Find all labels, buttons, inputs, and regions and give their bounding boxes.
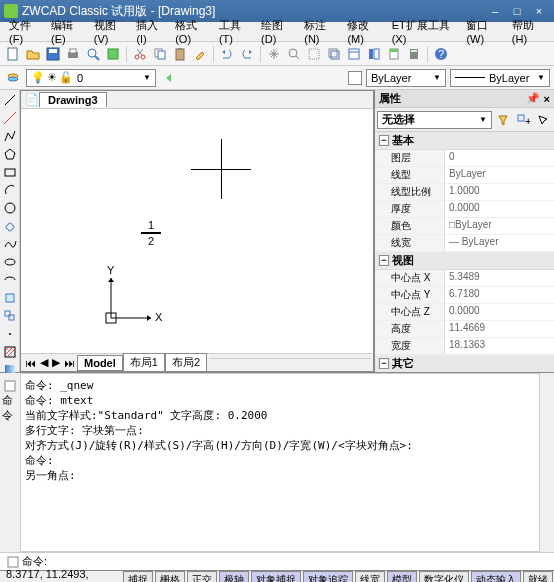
new-icon[interactable] <box>4 45 22 63</box>
menu-ettools[interactable]: ET扩展工具(X) <box>387 18 462 45</box>
color-swatch[interactable] <box>348 71 362 85</box>
zoom-window-icon[interactable] <box>305 45 323 63</box>
menu-dimension[interactable]: 标注(N) <box>299 18 342 45</box>
point-icon[interactable] <box>2 326 18 342</box>
menu-tools[interactable]: 工具(T) <box>214 18 256 45</box>
drawing-tab[interactable]: Drawing3 <box>39 92 107 107</box>
publish-icon[interactable] <box>104 45 122 63</box>
preview-icon[interactable] <box>84 45 102 63</box>
match-icon[interactable] <box>191 45 209 63</box>
menu-window[interactable]: 窗口(W) <box>461 18 506 45</box>
open-icon[interactable] <box>24 45 42 63</box>
print-icon[interactable] <box>64 45 82 63</box>
paste-icon[interactable] <box>171 45 189 63</box>
calc-icon[interactable] <box>405 45 423 63</box>
arc-icon[interactable] <box>2 182 18 198</box>
status-grid[interactable]: 栅格 <box>155 571 185 583</box>
status-ortho[interactable]: 正交 <box>187 571 217 583</box>
status-osnap[interactable]: 对象捕捉 <box>251 571 301 583</box>
menu-insert[interactable]: 插入(I) <box>131 18 170 45</box>
canvas[interactable]: 1 2 X Y <box>21 109 373 353</box>
svg-rect-35 <box>5 169 15 176</box>
zoom-prev-icon[interactable] <box>325 45 343 63</box>
status-dyn[interactable]: 动态输入 <box>471 571 521 583</box>
scrollbar[interactable] <box>540 373 554 552</box>
properties-icon[interactable] <box>345 45 363 63</box>
color-combo[interactable]: ByLayer▼ <box>366 69 446 87</box>
ellipse-icon[interactable] <box>2 254 18 270</box>
tab-last-icon[interactable]: ⏭ <box>62 357 77 369</box>
tab-next-icon[interactable]: ▶ <box>50 356 62 369</box>
cat-basic[interactable]: −基本 <box>375 132 554 150</box>
menu-edit[interactable]: 编辑(E) <box>46 18 89 45</box>
revcloud-icon[interactable] <box>2 218 18 234</box>
block-icon[interactable] <box>2 308 18 324</box>
polyline-icon[interactable] <box>2 128 18 144</box>
status-otrack[interactable]: 对象追踪 <box>303 571 353 583</box>
tab-layout2[interactable]: 布局2 <box>165 353 207 372</box>
rectangle-icon[interactable] <box>2 164 18 180</box>
menu-modify[interactable]: 修改(M) <box>342 18 386 45</box>
spline-icon[interactable] <box>2 236 18 252</box>
status-bar: 8.3717, 11.2493, 0.0000 捕捉 栅格 正交 极轴 对象捕捉… <box>0 570 554 582</box>
designcenter-icon[interactable] <box>365 45 383 63</box>
status-polar[interactable]: 极轴 <box>219 571 249 583</box>
save-icon[interactable] <box>44 45 62 63</box>
status-snap[interactable]: 捕捉 <box>123 571 153 583</box>
hatch-icon[interactable] <box>2 344 18 360</box>
svg-point-5 <box>88 49 96 57</box>
svg-rect-2 <box>49 49 57 53</box>
pin-icon[interactable]: 📌 <box>526 92 540 105</box>
menu-draw[interactable]: 绘图(D) <box>256 18 299 45</box>
redo-icon[interactable] <box>238 45 256 63</box>
cat-view[interactable]: −视图 <box>375 252 554 270</box>
status-model[interactable]: 模型 <box>387 571 417 583</box>
undo-icon[interactable] <box>218 45 236 63</box>
svg-rect-28 <box>411 50 417 52</box>
doc-icon: 📄 <box>25 93 39 106</box>
zoom-icon[interactable] <box>285 45 303 63</box>
menu-format[interactable]: 格式(O) <box>170 18 214 45</box>
help-icon[interactable]: ? <box>432 45 450 63</box>
lock-icon: 🔓 <box>59 71 73 84</box>
svg-line-33 <box>5 95 15 105</box>
xline-icon[interactable] <box>2 110 18 126</box>
svg-rect-18 <box>309 49 319 59</box>
pickadd-icon[interactable]: + <box>514 111 532 129</box>
command-log[interactable]: 命令: _qnew 命令: mtext 当前文字样式:"Standard" 文字… <box>20 373 540 552</box>
panel-close-icon[interactable]: × <box>544 93 550 105</box>
layer-prev-icon[interactable] <box>160 69 178 87</box>
layer-combo[interactable]: 💡 ☀ 🔓 0 ▼ <box>26 69 156 87</box>
tab-first-icon[interactable]: ⏮ <box>23 357 38 369</box>
menu-file[interactable]: 文件(F) <box>4 18 46 45</box>
selection-combo[interactable]: 无选择▼ <box>377 111 492 129</box>
cut-icon[interactable] <box>131 45 149 63</box>
tab-prev-icon[interactable]: ◀ <box>38 356 50 369</box>
quickselect-icon[interactable] <box>494 111 512 129</box>
selectobj-icon[interactable] <box>534 111 552 129</box>
polygon-icon[interactable] <box>2 146 18 162</box>
svg-line-11 <box>137 49 142 55</box>
insert-icon[interactable] <box>2 290 18 306</box>
properties-grid[interactable]: −基本 图层0 线型ByLayer 线型比例1.0000 厚度0.0000 颜色… <box>375 132 554 372</box>
cmd-pin-icon[interactable]: 命令 <box>1 399 19 417</box>
svg-rect-26 <box>390 49 398 52</box>
linetype-combo[interactable]: ByLayer▼ <box>450 69 550 87</box>
status-tablet[interactable]: 数字化仪 <box>419 571 469 583</box>
line-icon[interactable] <box>2 92 18 108</box>
tab-model[interactable]: Model <box>77 355 123 371</box>
pan-icon[interactable] <box>265 45 283 63</box>
command-input[interactable] <box>47 556 550 568</box>
tab-layout1[interactable]: 布局1 <box>123 353 165 372</box>
svg-point-37 <box>5 259 15 265</box>
menu-help[interactable]: 帮助(H) <box>507 18 550 45</box>
ellipsearc-icon[interactable] <box>2 272 18 288</box>
cat-misc[interactable]: −其它 <box>375 355 554 372</box>
circle-icon[interactable] <box>2 200 18 216</box>
status-lwt[interactable]: 线宽 <box>355 571 385 583</box>
toolpalette-icon[interactable] <box>385 45 403 63</box>
svg-rect-21 <box>349 49 359 59</box>
copy-icon[interactable] <box>151 45 169 63</box>
menu-view[interactable]: 视图(V) <box>89 18 132 45</box>
layer-icon[interactable] <box>4 69 22 87</box>
